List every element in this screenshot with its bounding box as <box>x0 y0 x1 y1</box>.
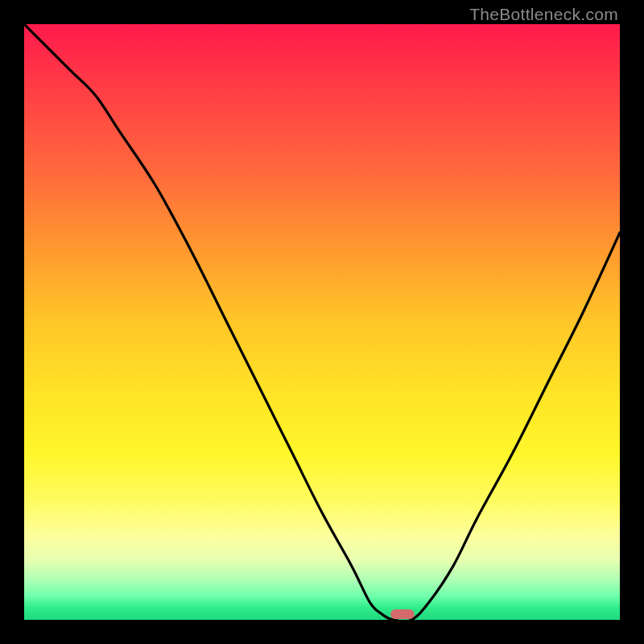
chart-overlay <box>24 24 620 620</box>
bottleneck-curve <box>24 24 620 620</box>
minimum-marker <box>390 609 415 619</box>
chart-frame: TheBottleneck.com <box>0 0 644 644</box>
watermark-text: TheBottleneck.com <box>469 5 618 24</box>
plot-area <box>24 24 620 620</box>
